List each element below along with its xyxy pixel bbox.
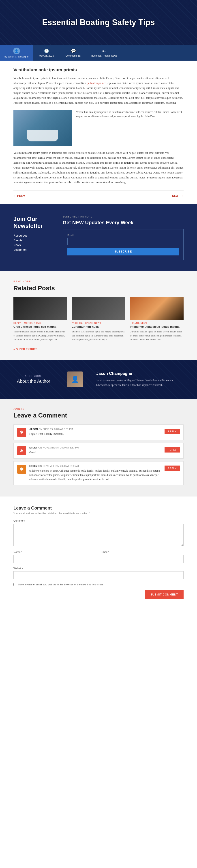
- newsletter-sub-heading: Get NEW Updates Every Week: [63, 220, 184, 225]
- article-paragraph-2: Vestibulum ante ipsum primis in faucibus…: [13, 150, 184, 185]
- checkbox-label: Save my name, email, and website in this…: [18, 583, 104, 586]
- reply-button-3[interactable]: REPLY: [164, 466, 180, 471]
- related-title-1[interactable]: Cras ultricies ligula sed magna: [13, 325, 67, 329]
- newsletter-left: Join Our Newsletter Resources Events New…: [13, 216, 49, 260]
- newsletter-section: Join Our Newsletter Resources Events New…: [0, 204, 197, 271]
- meta-comments[interactable]: 💬 Comments (3): [60, 45, 87, 61]
- older-entries-link[interactable]: « OLDER ENTRIES: [13, 348, 37, 351]
- prev-next-nav: ← PREV NEXT →: [13, 190, 184, 197]
- author-name: Jason Champagne: [96, 371, 184, 376]
- nav-news[interactable]: News: [13, 243, 49, 247]
- related-title-3[interactable]: Integer volutpat lacus luctus magna: [130, 325, 184, 329]
- related-text-3: Curabitur sodales ligula in libero Lorem…: [130, 330, 184, 342]
- email-input[interactable]: [67, 238, 179, 245]
- comments-section: JOIN IN Leave a Comment ✱ JASON ON JUNE …: [0, 399, 197, 497]
- meta-date: 🕐 May 23, 2020: [33, 45, 60, 61]
- comment-avatar-2: ✱: [17, 446, 26, 455]
- related-tags-1: HEALTH, MONEY, NEWS: [13, 322, 67, 324]
- website-input[interactable]: [13, 571, 184, 579]
- related-card-1: HEALTH, MONEY, NEWS Cras ultricies ligul…: [13, 297, 67, 342]
- form-col-name: Name *: [13, 551, 96, 567]
- form-col-email: Email *: [101, 551, 184, 567]
- nav-resources[interactable]: Resources: [13, 234, 49, 237]
- newsletter-nav: Resources Events News Equipment: [13, 234, 49, 251]
- article-link[interactable]: pellentesque nec: [87, 81, 106, 85]
- prev-link[interactable]: ← PREV: [13, 194, 25, 197]
- reply-button-1[interactable]: REPLY: [164, 429, 180, 434]
- email-field[interactable]: [101, 555, 184, 563]
- name-field-label: Name *: [13, 551, 96, 554]
- related-text-2: Business Cras ultricies ligula sed magna…: [72, 330, 125, 342]
- email-label: Email: [67, 234, 179, 237]
- name-input[interactable]: [13, 555, 96, 563]
- hero-title: Essential Boating Safety Tips: [42, 18, 155, 27]
- author-label-block: ALSO MORE About the Author: [13, 375, 54, 384]
- image-caption-block: Vestibulum ante ipsum primis in faucibus…: [13, 110, 184, 146]
- sub-label: SUBSCRIBE FOR MORE: [63, 216, 184, 218]
- join-in-label: JOIN IN: [13, 408, 184, 410]
- comment-body-3: ETDEV ON NOVEMBER 5, 2020 AT 2:39 AM ut …: [29, 465, 161, 482]
- author-info: Jason Champagne Jason is a content creat…: [96, 371, 184, 388]
- newsletter-form: Email SUBSCRIBE: [63, 229, 184, 260]
- caption-text: Vestibulum ante ipsum primis in faucibus…: [76, 110, 184, 146]
- comment-avatar-3: ✱: [17, 465, 26, 474]
- date-label: May 23, 2020: [39, 54, 54, 57]
- submit-comment-button[interactable]: SUBMIT COMMENT: [145, 590, 184, 599]
- reply-button-2[interactable]: REPLY: [164, 447, 180, 453]
- meta-bar: 👤 by Jason Champagne 🕐 May 23, 2020 💬 Co…: [0, 45, 197, 61]
- related-grid: HEALTH, MONEY, NEWS Cras ultricies ligul…: [13, 297, 184, 342]
- subscribe-button[interactable]: SUBSCRIBE: [67, 248, 179, 255]
- submit-section: Leave a Comment Your email address will …: [0, 497, 197, 608]
- related-card-2: FASHION, HEALTH, NEWS Curabitur non-null…: [72, 297, 125, 342]
- comment-author-date-1: JASON ON JUNE 19, 2020 AT 9:01 PM: [29, 428, 161, 431]
- related-tags-3: HEALTH, NEWS: [130, 322, 184, 324]
- hero-section: Essential Boating Safety Tips: [0, 0, 197, 45]
- article-section: Vestibulum ante ipsum primis Vestibulum …: [0, 61, 197, 204]
- about-label: ALSO MORE: [13, 375, 54, 377]
- form-row-name-email: Name * Email *: [13, 551, 184, 567]
- comment-textarea[interactable]: [13, 524, 184, 546]
- comment-author-date-3: ETDEV ON NOVEMBER 5, 2020 AT 2:39 AM: [29, 465, 161, 467]
- website-field-label: Website: [13, 567, 184, 570]
- comment-field-label: Comment: [13, 519, 184, 522]
- related-tags-2: FASHION, HEALTH, NEWS: [72, 322, 125, 324]
- nav-equipment[interactable]: Equipment: [13, 248, 49, 251]
- comment-item-3: ✱ ETDEV ON NOVEMBER 5, 2020 AT 2:39 AM u…: [13, 461, 184, 485]
- meta-author[interactable]: 👤 by Jason Champagne: [0, 45, 33, 61]
- meta-categories[interactable]: 🏷 Business, Health, News: [87, 45, 122, 61]
- article-paragraph-1: Vestibulum ante ipsum primis in faucibus…: [13, 75, 184, 105]
- newsletter-right: SUBSCRIBE FOR MORE Get NEW Updates Every…: [63, 216, 184, 260]
- comment-avatar-1: ✱: [17, 428, 26, 437]
- related-img-2: [72, 297, 125, 320]
- categories-label: Business, Health, News: [91, 54, 117, 57]
- comment-item-1: ✱ JASON ON JUNE 19, 2020 AT 9:01 PM I ag…: [13, 425, 184, 440]
- clock-icon: 🕐: [44, 49, 49, 54]
- leave-comment-title: Leave a Comment: [13, 412, 184, 419]
- email-field-label: Email *: [101, 551, 184, 554]
- save-checkbox[interactable]: [13, 583, 16, 586]
- checkbox-row: Save my name, email, and website in this…: [13, 583, 184, 586]
- comment-text-1: I agree. That is really important.: [29, 432, 161, 436]
- related-img-3: [130, 297, 184, 320]
- author-section: ALSO MORE About the Author 👤 Jason Champ…: [0, 360, 197, 399]
- related-section: READ MORE Related Posts HEALTH, MONEY, N…: [0, 271, 197, 360]
- nav-events[interactable]: Events: [13, 239, 49, 242]
- related-text-1: Vestibulum ante ipsum primis in faucibus…: [13, 330, 67, 342]
- author-avatar: 👤: [13, 48, 20, 54]
- submit-title: Leave a Comment: [13, 505, 184, 510]
- related-card-3: HEALTH, NEWS Integer volutpat lacus luct…: [130, 297, 184, 342]
- comments-label: Comments (3): [66, 54, 81, 57]
- comment-author-date-2: ETDEV ON NOVEMBER 5, 2020 AT 5:53 PM: [29, 446, 161, 449]
- comment-body-1: JASON ON JUNE 19, 2020 AT 9:01 PM I agre…: [29, 428, 161, 436]
- author-label: by Jason Champagne: [4, 55, 29, 58]
- next-link[interactable]: NEXT →: [172, 194, 184, 197]
- article-section-title: Vestibulum ante ipsum primis: [13, 67, 184, 72]
- comment-body-2: ETDEV ON NOVEMBER 5, 2020 AT 5:53 PM Gre…: [29, 446, 161, 455]
- related-title-2[interactable]: Curabitur non-nulla: [72, 325, 125, 329]
- read-more-label: READ MORE: [13, 280, 184, 283]
- author-bio: Jason is a content creator at Elegant Th…: [96, 378, 184, 388]
- comment-text-2: Great!: [29, 450, 161, 455]
- comments-icon: 💬: [71, 49, 76, 54]
- comment-item-2: ✱ ETDEV ON NOVEMBER 5, 2020 AT 5:53 PM G…: [13, 443, 184, 459]
- newsletter-heading: Join Our Newsletter: [13, 216, 49, 229]
